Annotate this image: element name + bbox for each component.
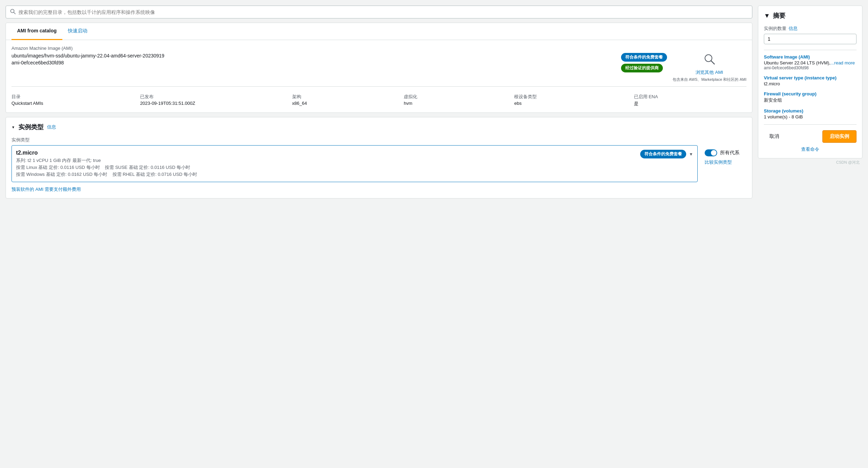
ami-id: ami-0efcece6bed30fd98 [11, 60, 615, 65]
instance-count-input[interactable] [764, 34, 857, 44]
view-command-link[interactable]: 查看命令 [764, 146, 857, 153]
svg-point-2 [705, 55, 712, 62]
instance-right: 符合条件的免费套餐 ▼ [640, 150, 693, 158]
svg-line-1 [14, 13, 16, 14]
software-image-id: ami-0efcece6bed30fd98 [764, 65, 857, 70]
pricing-windows: 按需 Windows 基础 定价: 0.0162 USD 每小时 按需 RHEL… [16, 171, 197, 178]
pricing-linux: 按需 Linux 基础 定价: 0.0116 USD 每小时 按需 SUSE 基… [16, 164, 197, 171]
all-gen-toggle[interactable] [705, 149, 717, 156]
collapse-icon[interactable]: ▼ [11, 125, 15, 129]
chevron-down-icon: ▼ [689, 152, 693, 157]
meta-device-value: ebs [514, 101, 625, 106]
read-more-link[interactable]: ...read more [830, 60, 855, 65]
instance-info-link[interactable]: 信息 [47, 124, 56, 130]
pricing-rhel: 按需 RHEL 基础 定价: 0.0716 USD 每小时 [113, 172, 197, 177]
tab-quick-launch[interactable]: 快速启动 [62, 23, 93, 40]
summary-actions: 取消 启动实例 查看命令 [764, 124, 857, 153]
virtual-server-value: t2.micro [764, 81, 857, 86]
meta-ena-label: 已启用 ENA [634, 94, 746, 100]
search-icon [10, 9, 16, 15]
storage-link[interactable]: Storage (volumes) [764, 108, 857, 114]
launch-button[interactable]: 启动实例 [822, 130, 857, 143]
search-bar[interactable] [6, 6, 752, 18]
summary-software-image: Software Image (AMI) Ubuntu Server 22.04… [764, 54, 857, 70]
summary-title: ▼ 摘要 [764, 11, 857, 20]
instance-count-field: 实例的数量 信息 [764, 25, 857, 44]
software-image-link[interactable]: Software Image (AMI) [764, 54, 857, 60]
meta-arch-value: x86_64 [292, 101, 396, 106]
watermark: CSDN @河北 [758, 158, 862, 166]
meta-ena-value: 是 [634, 101, 746, 107]
svg-line-3 [711, 61, 714, 64]
firewall-value: 新安全组 [764, 97, 857, 103]
ami-browse: 浏览其他 AMI 包含来自 AWS、Marketplace 和社区的 AMI [673, 53, 746, 82]
ami-section-label: Amazon Machine Image (AMI) [11, 46, 746, 51]
summary-virtual-server: Virtual server type (instance type) t2.m… [764, 75, 857, 86]
summary-card: ▼ 摘要 实例的数量 信息 Software Image (AMI) Ubunt… [758, 6, 862, 158]
toggle-label: 所有代系 [720, 150, 739, 156]
compare-link[interactable]: 比较实例类型 [705, 159, 732, 165]
badge-verified: 经过验证的提供商 [621, 64, 663, 72]
meta-device-label: 根设备类型 [514, 94, 625, 100]
summary-collapse-icon[interactable]: ▼ [764, 12, 770, 20]
meta-arch-label: 架构 [292, 94, 396, 100]
ami-info: ubuntu/images/hvm-ssd/ubuntu-jammy-22.04… [11, 53, 615, 65]
browse-desc: 包含来自 AWS、Marketplace 和社区的 AMI [673, 77, 746, 82]
tab-bar: AMI from catalog 快速启动 [6, 23, 752, 40]
browse-search-icon [703, 53, 716, 68]
ami-meta: 目录 Quickstart AMIs 已发布 2023-09-19T05:31:… [11, 94, 746, 107]
badge-free-tier: 符合条件的免费套餐 [621, 53, 667, 62]
instance-type-name: t2.micro [16, 150, 197, 156]
cancel-button[interactable]: 取消 [764, 131, 785, 142]
instance-count-info-link[interactable]: 信息 [789, 25, 798, 32]
ami-badges: 符合条件的免费套餐 经过验证的提供商 [621, 53, 667, 72]
ami-fee-note[interactable]: 预装软件的 AMI 需要支付额外费用 [11, 186, 746, 193]
pricing-suse: 按需 SUSE 基础 定价: 0.0116 USD 每小时 [105, 165, 190, 170]
firewall-link[interactable]: Firewall (security group) [764, 91, 857, 96]
instance-section-title: 实例类型 [18, 123, 44, 131]
summary-storage: Storage (volumes) 1 volume(s) - 8 GiB [764, 108, 857, 119]
virtual-server-link[interactable]: Virtual server type (instance type) [764, 75, 857, 80]
instance-specs: 系列: t2 1 vCPU 1 GiB 内存 最新一代: true [16, 157, 197, 164]
browse-ami-link[interactable]: 浏览其他 AMI [696, 69, 723, 76]
toggle-container: 所有代系 [705, 149, 739, 156]
software-image-value: Ubuntu Server 22.04 LTS (HVM), [764, 60, 830, 65]
meta-published-value: 2023-09-19T05:31:51.000Z [140, 101, 284, 106]
meta-published-label: 已发布 [140, 94, 284, 100]
storage-value: 1 volume(s) - 8 GiB [764, 114, 857, 119]
instance-free-badge: 符合条件的免费套餐 [640, 150, 686, 158]
tab-ami-catalog[interactable]: AMI from catalog [11, 23, 62, 40]
search-input[interactable] [18, 9, 748, 15]
instance-field-label: 实例类型 [11, 137, 746, 143]
ami-path: ubuntu/images/hvm-ssd/ubuntu-jammy-22.04… [11, 53, 615, 58]
instance-count-label: 实例的数量 [764, 25, 786, 32]
right-panel: ▼ 摘要 实例的数量 信息 Software Image (AMI) Ubunt… [758, 6, 862, 462]
instance-type-box[interactable]: t2.micro 系列: t2 1 vCPU 1 GiB 内存 最新一代: tr… [11, 145, 698, 182]
instance-type-section: ▼ 实例类型 信息 实例类型 t2.micro 系列: t2 1 vCPU 1 … [6, 117, 752, 198]
meta-catalog-label: 目录 [11, 94, 132, 100]
meta-catalog-value: Quickstart AMIs [11, 101, 132, 106]
meta-virt-label: 虚拟化 [404, 94, 506, 100]
ami-section: AMI from catalog 快速启动 Amazon Machine Ima… [6, 23, 752, 113]
summary-firewall: Firewall (security group) 新安全组 [764, 91, 857, 103]
meta-virt-value: hvm [404, 101, 506, 106]
